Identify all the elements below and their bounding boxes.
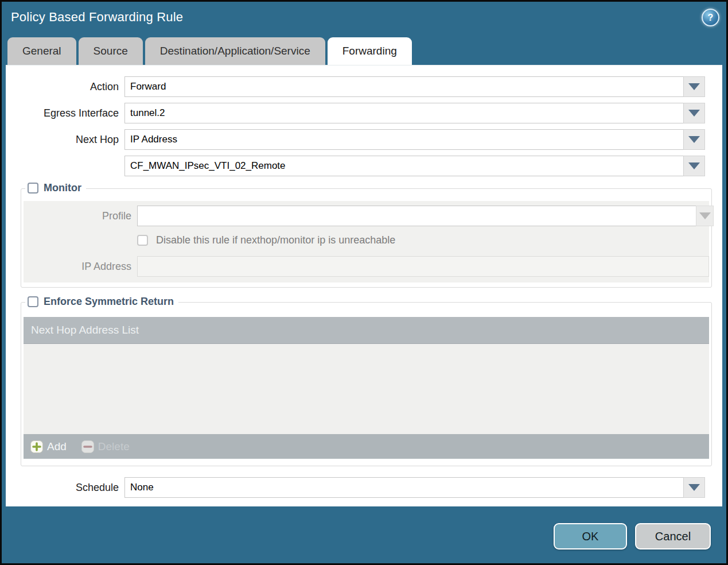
add-button[interactable]: Add	[30, 440, 67, 453]
next-hop-address-dropdown-button[interactable]	[683, 156, 705, 176]
disable-rule-row: Disable this rule if nexthop/monitor ip …	[137, 234, 709, 246]
cancel-button[interactable]: Cancel	[635, 523, 711, 549]
chevron-down-icon	[688, 484, 700, 491]
next-hop-address-combo	[124, 156, 705, 176]
monitor-ip-address-input	[137, 256, 709, 277]
next-hop-combo	[124, 129, 705, 150]
monitor-body: Profile Disable this rule if nexthop/mon…	[24, 201, 709, 282]
help-icon[interactable]: ?	[702, 9, 719, 26]
next-hop-address-list-header: Next Hop Address List	[24, 317, 709, 344]
tab-bar: General Source Destination/Application/S…	[7, 37, 726, 65]
monitor-ip-address-label: IP Address	[24, 261, 137, 273]
schedule-row: Schedule	[6, 477, 722, 498]
delete-button: Delete	[81, 440, 130, 453]
action-input[interactable]	[124, 76, 683, 97]
profile-label: Profile	[24, 210, 137, 222]
next-hop-dropdown-button[interactable]	[683, 129, 705, 150]
schedule-dropdown-button[interactable]	[683, 477, 705, 498]
chevron-down-icon	[688, 83, 700, 90]
next-hop-label: Next Hop	[6, 134, 124, 146]
tab-general[interactable]: General	[7, 37, 76, 65]
next-hop-address-list-body[interactable]	[24, 344, 709, 434]
enforce-symmetric-return-group: Enforce Symmetric Return Next Hop Addres…	[21, 302, 712, 466]
tab-label: Forwarding	[342, 45, 397, 57]
next-hop-address-list-table: Next Hop Address List Add	[24, 317, 709, 459]
next-hop-address-input[interactable]	[124, 156, 683, 176]
next-hop-address-list-header-label: Next Hop Address List	[24, 324, 139, 336]
profile-combo	[137, 206, 714, 226]
enforce-symmetric-return-legend-label: Enforce Symmetric Return	[44, 296, 174, 308]
ok-button[interactable]: OK	[554, 523, 627, 549]
monitor-legend-label: Monitor	[44, 182, 81, 194]
profile-input	[137, 206, 696, 226]
chevron-down-icon	[688, 136, 700, 143]
add-button-label: Add	[47, 440, 67, 453]
forwarding-tab-panel: Action Egress Interface Next Hop	[6, 65, 722, 506]
monitor-ip-address-row: IP Address	[24, 256, 709, 277]
disable-rule-label: Disable this rule if nexthop/monitor ip …	[156, 234, 395, 246]
plus-icon	[30, 440, 43, 453]
schedule-label: Schedule	[6, 482, 124, 494]
egress-interface-input[interactable]	[124, 103, 683, 123]
chevron-down-icon	[688, 162, 700, 169]
enforce-symmetric-return-checkbox[interactable]	[28, 296, 38, 307]
monitor-group: Monitor Profile Disable this rule if nex…	[21, 188, 712, 288]
egress-interface-combo	[124, 103, 705, 123]
tab-source[interactable]: Source	[79, 37, 143, 65]
egress-interface-dropdown-button[interactable]	[683, 103, 705, 123]
tab-destination-application-service[interactable]: Destination/Application/Service	[145, 37, 325, 65]
policy-based-forwarding-dialog: Policy Based Forwarding Rule ? General S…	[0, 0, 728, 565]
chevron-down-icon	[699, 212, 711, 219]
egress-interface-label: Egress Interface	[6, 107, 124, 119]
next-hop-address-list-toolbar: Add Delete	[24, 434, 709, 459]
minus-icon	[81, 440, 94, 453]
schedule-combo	[124, 477, 705, 498]
monitor-legend: Monitor	[25, 182, 86, 194]
profile-dropdown-button	[696, 206, 714, 226]
schedule-input[interactable]	[124, 477, 683, 498]
egress-interface-row: Egress Interface	[6, 103, 722, 123]
action-label: Action	[6, 81, 124, 93]
chevron-down-icon	[688, 110, 700, 117]
disable-rule-checkbox	[137, 235, 148, 246]
next-hop-row: Next Hop	[6, 129, 722, 150]
title-bar: Policy Based Forwarding Rule ?	[2, 2, 726, 37]
delete-button-label: Delete	[98, 440, 130, 453]
next-hop-address-row	[6, 156, 722, 176]
tab-label: General	[22, 45, 61, 57]
tab-label: Source	[94, 45, 128, 57]
next-hop-type-input[interactable]	[124, 129, 683, 150]
action-row: Action	[6, 76, 722, 97]
monitor-checkbox[interactable]	[28, 183, 38, 194]
tab-label: Destination/Application/Service	[160, 45, 310, 57]
action-dropdown-button[interactable]	[683, 76, 705, 97]
tab-forwarding[interactable]: Forwarding	[328, 37, 412, 65]
action-combo	[124, 76, 705, 97]
enforce-symmetric-return-legend: Enforce Symmetric Return	[25, 296, 178, 308]
dialog-title: Policy Based Forwarding Rule	[11, 9, 183, 25]
profile-row: Profile	[24, 206, 709, 226]
help-glyph: ?	[708, 13, 714, 23]
